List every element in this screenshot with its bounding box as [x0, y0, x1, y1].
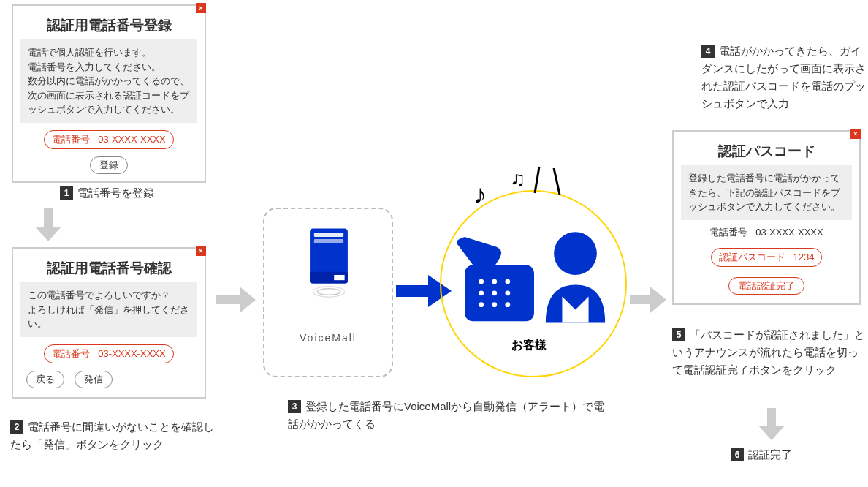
- svg-rect-11: [465, 265, 534, 321]
- step-text: 「パスコードが認証されました」というアナウンスが流れたら電話を切って電話認証完了…: [672, 328, 865, 376]
- step-text: 電話番号を登録: [77, 186, 154, 199]
- step-4-label: 4電話がかかってきたら、ガイダンスにしたがって画面に表示された認証パスコードを電…: [701, 42, 868, 113]
- svg-rect-2: [314, 239, 343, 244]
- step-text: 電話がかかってきたら、ガイダンスにしたがって画面に表示された認証パスコードを電話…: [701, 45, 866, 110]
- music-notes-icon: ♪ ♫: [466, 159, 568, 218]
- passcode-value: 1234: [793, 252, 814, 263]
- svg-point-12: [479, 279, 484, 284]
- step-number-icon: 2: [10, 420, 23, 434]
- step-5-label: 5「パスコードが認証されました」というアナウンスが流れたら電話を切って電話認証完…: [672, 326, 865, 379]
- arrow-right-icon: [216, 285, 259, 314]
- svg-line-9: [535, 167, 539, 193]
- phone-confirm-dialog: × 認証用電話番号確認 この電話番号でよろしいですか？ よろしければ「発信」を押…: [12, 247, 206, 399]
- step-1-label: 1電話番号を登録: [60, 184, 154, 202]
- svg-point-19: [492, 302, 497, 307]
- step-number-icon: 6: [731, 448, 744, 461]
- register-button[interactable]: 登録: [90, 156, 128, 174]
- phone-value: 03-XXXX-XXXX: [98, 348, 166, 359]
- svg-point-21: [554, 232, 597, 275]
- svg-text:♪: ♪: [473, 179, 487, 209]
- close-icon[interactable]: ×: [196, 246, 206, 256]
- step-text: 電話番号に間違いがないことを確認したら「発信」ボタンをクリック: [10, 420, 214, 450]
- svg-point-5: [317, 289, 340, 295]
- arrow-down-icon: [34, 208, 63, 243]
- svg-rect-1: [314, 233, 343, 237]
- phone-label: 電話番号: [52, 134, 90, 145]
- passcode-label: 認証パスコード: [719, 252, 785, 263]
- close-icon[interactable]: ×: [196, 3, 206, 13]
- svg-point-20: [505, 302, 510, 307]
- phone-customer-icon: [452, 216, 617, 333]
- customer-label: お客様: [511, 338, 547, 353]
- phone-value: 03-XXXX-XXXX: [98, 134, 166, 145]
- passcode-dialog: × 認証パスコード 登録した電話番号に電話がかかってきたら、下記の認証パスコード…: [672, 130, 861, 305]
- passcode-field: 認証パスコード 1234: [711, 248, 823, 267]
- dialog-title: 認証用電話番号登録: [13, 16, 205, 35]
- svg-text:♫: ♫: [510, 167, 525, 190]
- svg-point-14: [505, 279, 510, 284]
- phone-field[interactable]: 電話番号 03-XXXX-XXXX: [44, 344, 173, 363]
- step-number-icon: 4: [701, 45, 715, 58]
- phone-label: 電話番号: [709, 227, 747, 238]
- step-3-label: 3登録した電話番号にVoiceMallから自動発信（アラート）で電話がかかってく…: [288, 398, 609, 433]
- auth-complete-button[interactable]: 電話認証完了: [728, 277, 804, 295]
- step-2-label: 2電話番号に間違いがないことを確認したら「発信」ボタンをクリック: [10, 418, 215, 453]
- svg-line-10: [554, 168, 560, 195]
- phone-label: 電話番号: [52, 348, 90, 359]
- dialog-description: 登録した電話番号に電話がかかってきたら、下記の認証パスコードをプッシュボタンで入…: [681, 165, 852, 220]
- svg-rect-4: [334, 275, 344, 280]
- server-icon: [302, 225, 355, 306]
- svg-point-16: [492, 290, 497, 295]
- voicemall-group: VoiceMall: [263, 208, 393, 377]
- phone-value: 03-XXXX-XXXX: [755, 227, 823, 238]
- svg-point-13: [492, 279, 497, 284]
- svg-point-17: [505, 290, 510, 295]
- send-button[interactable]: 発信: [75, 371, 113, 388]
- dialog-description: この電話番号でよろしいですか？ よろしければ「発信」を押してください。: [20, 282, 197, 337]
- voicemall-label: VoiceMall: [264, 332, 392, 344]
- step-number-icon: 5: [672, 328, 685, 341]
- arrow-right-icon: [630, 285, 669, 314]
- svg-point-18: [479, 302, 484, 307]
- step-text: 登録した電話番号にVoiceMallから自動発信（アラート）で電話がかかってくる: [288, 400, 604, 430]
- phone-register-dialog: × 認証用電話番号登録 電話で個人認証を行います。 電話番号を入力してください。…: [12, 4, 206, 183]
- titlebar: ×: [13, 6, 205, 10]
- step-text: 認証完了: [748, 448, 792, 461]
- step-number-icon: 3: [288, 400, 301, 413]
- step-number-icon: 1: [60, 186, 73, 200]
- dialog-title: 認証用電話番号確認: [13, 259, 205, 278]
- titlebar: ×: [13, 249, 205, 253]
- titlebar: ×: [674, 132, 859, 136]
- back-button[interactable]: 戻る: [26, 371, 64, 388]
- arrow-down-icon: [757, 408, 786, 442]
- svg-point-15: [479, 290, 484, 295]
- dialog-title: 認証パスコード: [674, 142, 859, 161]
- step-6-label: 6認証完了: [731, 446, 792, 464]
- close-icon[interactable]: ×: [850, 129, 861, 139]
- dialog-description: 電話で個人認証を行います。 電話番号を入力してください。 数分以内に電話がかかっ…: [20, 39, 197, 123]
- phone-field[interactable]: 電話番号 03-XXXX-XXXX: [44, 130, 173, 149]
